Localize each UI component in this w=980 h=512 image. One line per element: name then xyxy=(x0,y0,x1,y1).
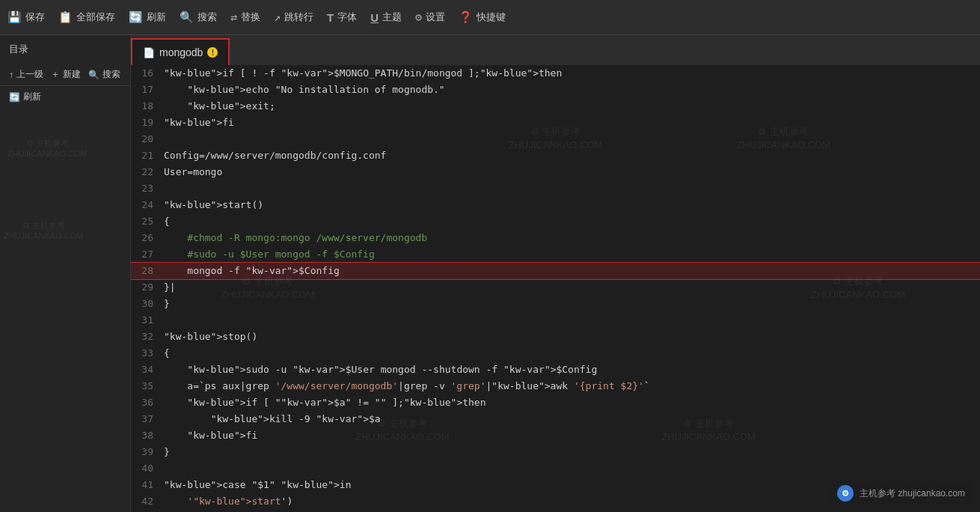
table-row: 23 xyxy=(131,180,980,197)
sidebar-new-button[interactable]: ＋ 新建 xyxy=(51,68,81,81)
table-row: 32"kw-blue">stop() xyxy=(131,329,980,345)
table-row: 22User=mongo xyxy=(131,164,980,180)
toolbar-save[interactable]: 💾 保存 xyxy=(7,10,45,24)
sidebar-search-button[interactable]: 🔍 搜索 xyxy=(88,68,120,81)
table-row: 35 a=`ps aux|grep '/www/server/mongodb'|… xyxy=(131,378,980,394)
toolbar-refresh[interactable]: 🔄 刷新 xyxy=(129,10,166,24)
sidebar-back-button[interactable]: ↑ 上一级 xyxy=(9,68,43,81)
table-row: 34 "kw-blue">sudo -u "kw-var">$User mong… xyxy=(131,362,980,378)
save-icon: 💾 xyxy=(7,10,22,24)
tab-filename: mongodb xyxy=(159,46,203,58)
table-row: 40 xyxy=(131,460,980,477)
goto-icon: ↗ xyxy=(274,10,281,24)
table-row: 19"kw-blue">fi xyxy=(131,115,980,131)
replace-icon: ⇄ xyxy=(230,10,237,24)
tab-mongodb[interactable]: 📄 mongodb ! xyxy=(131,38,230,65)
table-row: 29}| xyxy=(131,279,980,296)
table-row: 28 mongod -f "kw-var">$Config xyxy=(131,263,980,279)
toolbar-save-all[interactable]: 📋 全部保存 xyxy=(58,10,115,24)
code-editor[interactable]: ⚙ 主机参考ZHUJICANKAO.COM ⚙ 主机参考ZHUJICANKAO.… xyxy=(131,65,980,512)
sidebar: 目录 ↑ 上一级 ＋ 新建 🔍 搜索 🔄 刷新 ⚙ 主机参考ZHUJICANKA… xyxy=(0,35,131,512)
theme-icon: U xyxy=(370,11,379,24)
table-row: 38 "kw-blue">fi xyxy=(131,427,980,444)
table-row: 31 xyxy=(131,312,980,329)
settings-icon: ⚙ xyxy=(415,10,422,24)
table-row: 20 xyxy=(131,131,980,147)
font-icon: T xyxy=(327,11,334,24)
bottom-bar: ⚙ 主机参考 zhujicankao.com xyxy=(830,482,973,505)
sidebar-refresh-icon: 🔄 xyxy=(9,92,20,103)
toolbar-goto-line[interactable]: ↗ 跳转行 xyxy=(274,10,313,24)
table-row: 36 "kw-blue">if [ ""kw-var">$a" != "" ];… xyxy=(131,394,980,411)
toolbar-search[interactable]: 🔍 搜索 xyxy=(180,10,217,24)
tab-bar: 📄 mongodb ! xyxy=(131,35,980,65)
shortcuts-icon: ❓ xyxy=(459,10,473,24)
table-row: 37 "kw-blue">kill -9 "kw-var">$a xyxy=(131,411,980,427)
tab-warning-badge: ! xyxy=(207,47,218,58)
site-logo: ⚙ xyxy=(837,485,854,502)
toolbar: 💾 保存 📋 全部保存 🔄 刷新 🔍 搜索 ⇄ 替换 ↗ 跳转行 T 字体 U … xyxy=(0,0,980,35)
tab-file-icon: 📄 xyxy=(143,47,155,58)
toolbar-settings[interactable]: ⚙ 设置 xyxy=(415,10,445,24)
sidebar-actions: ↑ 上一级 ＋ 新建 🔍 搜索 xyxy=(0,64,130,86)
table-row: 17 "kw-blue">echo "No installation of mo… xyxy=(131,82,980,98)
save-all-icon: 📋 xyxy=(58,10,73,24)
code-table: 16"kw-blue">if [ ! -f "kw-var">$MONGO_PA… xyxy=(131,65,980,512)
table-row: 30} xyxy=(131,296,980,312)
table-row: 26 #chmod -R mongo:mongo /www/server/mon… xyxy=(131,230,980,246)
toolbar-theme[interactable]: U 主题 xyxy=(370,10,402,24)
back-icon: ↑ xyxy=(9,70,13,80)
toolbar-font[interactable]: T 字体 xyxy=(327,10,357,24)
table-row: 24"kw-blue">start() xyxy=(131,197,980,213)
table-row: 16"kw-blue">if [ ! -f "kw-var">$MONGO_PA… xyxy=(131,65,980,82)
editor-area: 📄 mongodb ! ⚙ 主机参考ZHUJICANKAO.COM ⚙ 主机参考… xyxy=(131,35,980,512)
new-icon: ＋ xyxy=(51,68,60,81)
sidebar-title: 目录 xyxy=(0,35,130,64)
site-label: 主机参考 zhujicankao.com xyxy=(860,487,965,500)
sidebar-search-icon: 🔍 xyxy=(88,70,99,80)
table-row: 18 "kw-blue">exit; xyxy=(131,98,980,115)
refresh-icon: 🔄 xyxy=(129,10,143,24)
main-area: 目录 ↑ 上一级 ＋ 新建 🔍 搜索 🔄 刷新 ⚙ 主机参考ZHUJICANKA… xyxy=(0,35,980,512)
table-row: 21Config=/www/server/mongodb/config.conf xyxy=(131,147,980,164)
sidebar-watermark: ⚙ 主机参考ZHUJICANKAO.COM ⚙ 主机参考ZHUJICANKAO.… xyxy=(0,108,130,512)
table-row: 39} xyxy=(131,444,980,460)
table-row: 33{ xyxy=(131,345,980,362)
toolbar-replace[interactable]: ⇄ 替换 xyxy=(230,10,260,24)
sidebar-refresh-button[interactable]: 🔄 刷新 xyxy=(0,86,130,108)
table-row: 27 #sudo -u $User mongod -f $Config xyxy=(131,246,980,263)
toolbar-shortcuts[interactable]: ❓ 快捷键 xyxy=(459,10,506,24)
search-icon: 🔍 xyxy=(180,10,194,24)
table-row: 25{ xyxy=(131,213,980,230)
